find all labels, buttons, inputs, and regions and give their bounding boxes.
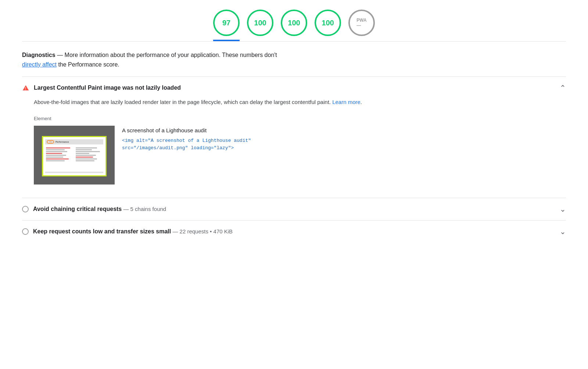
score-performance[interactable]: 97 bbox=[213, 10, 240, 36]
score-best-practices[interactable]: 100 bbox=[281, 10, 307, 36]
audit-chaining-title: Avoid chaining critical requests — 5 cha… bbox=[33, 206, 166, 212]
score-accessibility[interactable]: 100 bbox=[247, 10, 273, 36]
score-seo[interactable]: 100 bbox=[315, 10, 341, 36]
thumbnail-inner: 73 Performance bbox=[34, 126, 115, 184]
element-code: <img alt="A screenshot of a Lighthouse a… bbox=[122, 137, 566, 153]
diagnostics-title: Diagnostics bbox=[22, 52, 55, 58]
tab-indicator-3 bbox=[315, 40, 341, 41]
element-code-line1: <img alt="A screenshot of a Lighthouse a… bbox=[122, 138, 251, 143]
audit-lcp-header-left: ! Largest Contentful Paint image was not… bbox=[22, 84, 181, 92]
audit-requests-header-left: Keep request counts low and transfer siz… bbox=[22, 228, 233, 235]
circle-icon-chaining bbox=[22, 206, 29, 212]
scores-bar: 97 100 100 100 PWA— bbox=[0, 0, 588, 41]
audit-lcp: ! Largest Contentful Paint image was not… bbox=[22, 76, 566, 198]
diagnostics-section: Diagnostics — More information about the… bbox=[0, 42, 588, 243]
audit-lcp-title: Largest Contentful Paint image was not l… bbox=[34, 85, 181, 91]
tab-indicators bbox=[213, 38, 375, 41]
tab-indicator-1 bbox=[247, 40, 273, 41]
circle-icon-requests bbox=[22, 228, 29, 235]
diagnostics-description: — More information about the performance… bbox=[57, 52, 277, 58]
element-row: 73 Performance bbox=[22, 126, 566, 190]
tab-indicator-0 bbox=[213, 40, 240, 41]
diagnostics-header: Diagnostics — More information about the… bbox=[22, 50, 566, 69]
audit-chaining-header[interactable]: Avoid chaining critical requests — 5 cha… bbox=[22, 205, 566, 213]
directly-affect-link[interactable]: directly affect bbox=[22, 61, 57, 68]
warning-icon: ! bbox=[22, 84, 29, 92]
audit-chaining: Avoid chaining critical requests — 5 cha… bbox=[22, 198, 566, 220]
audit-lcp-description: Above-the-fold images that are lazily lo… bbox=[22, 92, 566, 113]
thumbnail-content: 73 Performance bbox=[43, 137, 105, 175]
element-title: A screenshot of a Lighthouse audit bbox=[122, 127, 566, 133]
audit-requests: Keep request counts low and transfer siz… bbox=[22, 220, 566, 243]
audit-requests-header[interactable]: Keep request counts low and transfer siz… bbox=[22, 228, 566, 235]
audit-lcp-chevron[interactable]: ⌃ bbox=[560, 84, 566, 92]
element-label: Element bbox=[22, 113, 566, 126]
element-code-line2: src="/images/audit.png" loading="lazy"> bbox=[122, 145, 234, 151]
audit-lcp-header[interactable]: ! Largest Contentful Paint image was not… bbox=[22, 84, 566, 92]
tab-indicator-2 bbox=[281, 40, 307, 41]
svg-text:!: ! bbox=[25, 87, 26, 91]
diagnostics-description2: the Performance score. bbox=[58, 61, 119, 68]
audit-requests-title: Keep request counts low and transfer siz… bbox=[33, 228, 233, 235]
audit-thumbnail: 73 Performance bbox=[34, 126, 115, 184]
learn-more-link[interactable]: Learn more bbox=[332, 99, 361, 105]
audit-chaining-meta: — 5 chains found bbox=[122, 206, 166, 212]
audit-requests-chevron[interactable]: ⌄ bbox=[560, 228, 566, 235]
audit-lcp-desc-text: Above-the-fold images that are lazily lo… bbox=[34, 99, 332, 105]
tab-indicator-4 bbox=[348, 40, 375, 41]
thumbnail-highlight: 73 Performance bbox=[42, 136, 107, 176]
score-pwa[interactable]: PWA— bbox=[348, 10, 375, 36]
audit-chaining-header-left: Avoid chaining critical requests — 5 cha… bbox=[22, 206, 166, 212]
audit-chaining-chevron[interactable]: ⌄ bbox=[560, 205, 566, 213]
audit-requests-meta: — 22 requests • 470 KiB bbox=[171, 228, 233, 234]
element-info: A screenshot of a Lighthouse audit <img … bbox=[122, 126, 566, 153]
